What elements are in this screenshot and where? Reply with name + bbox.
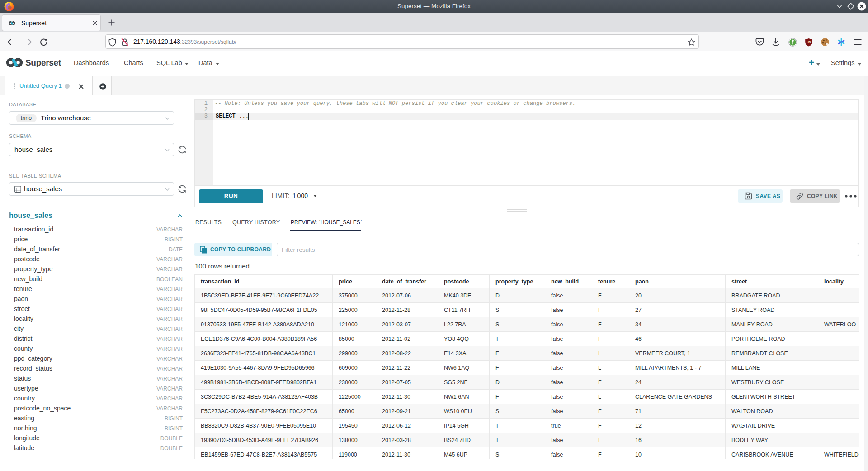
svg-text:UO: UO (807, 41, 811, 44)
